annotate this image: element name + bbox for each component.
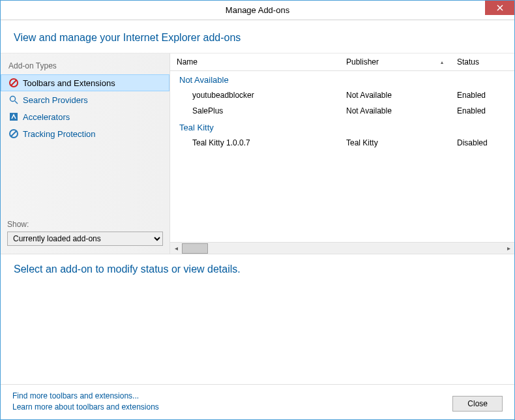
column-header-status[interactable]: Status bbox=[450, 53, 514, 70]
group-header[interactable]: Not Available bbox=[170, 71, 514, 87]
sidebar-heading: Add-on Types bbox=[1, 59, 169, 74]
svg-line-6 bbox=[11, 131, 16, 136]
addon-row[interactable]: youtubeadblocker Not Available Enabled bbox=[170, 87, 514, 103]
close-button[interactable]: Close bbox=[452, 396, 503, 412]
sidebar-item-search-providers[interactable]: Search Providers bbox=[1, 91, 169, 108]
window-title: Manage Add-ons bbox=[1, 5, 514, 15]
addon-row[interactable]: Teal Kitty 1.0.0.7 Teal Kitty Disabled bbox=[170, 135, 514, 151]
sidebar-item-tracking-protection[interactable]: Tracking Protection bbox=[1, 125, 169, 142]
detail-section: Select an add-on to modify status or vie… bbox=[1, 254, 514, 384]
show-label: Show: bbox=[7, 220, 163, 229]
addon-row[interactable]: SalePlus Not Available Enabled bbox=[170, 103, 514, 119]
titlebar: Manage Add-ons bbox=[1, 1, 514, 20]
column-header-publisher[interactable]: Publisher ▴ bbox=[340, 53, 450, 70]
accelerator-icon bbox=[8, 112, 19, 122]
manage-addons-window: Manage Add-ons View and manage your Inte… bbox=[0, 0, 515, 420]
scroll-thumb[interactable] bbox=[182, 243, 208, 254]
sidebar-item-label: Tracking Protection bbox=[23, 129, 96, 139]
column-headers: Name Publisher ▴ Status bbox=[170, 53, 514, 71]
show-section: Show: Currently loaded add-ons bbox=[1, 215, 169, 254]
svg-line-3 bbox=[15, 101, 18, 104]
addons-table: Name Publisher ▴ Status Not Available yo… bbox=[170, 53, 514, 242]
page-title: View and manage your Internet Explorer a… bbox=[14, 32, 501, 44]
addon-status: Disabled bbox=[450, 137, 514, 149]
addon-name: SalePlus bbox=[170, 105, 340, 117]
column-header-publisher-label: Publisher bbox=[346, 57, 379, 67]
addon-name: youtubeadblocker bbox=[170, 89, 340, 101]
sidebar-item-label: Toolbars and Extensions bbox=[23, 78, 115, 88]
sidebar-item-label: Search Providers bbox=[23, 95, 88, 105]
sidebar-item-toolbars-extensions[interactable]: Toolbars and Extensions bbox=[1, 74, 169, 91]
close-icon bbox=[497, 5, 503, 11]
detail-prompt: Select an add-on to modify status or vie… bbox=[14, 263, 501, 275]
footer-links: Find more toolbars and extensions... Lea… bbox=[12, 391, 159, 412]
blocked-icon bbox=[8, 78, 19, 88]
main-area: Add-on Types Toolbars and Extensions Sea… bbox=[1, 53, 514, 254]
sidebar-item-label: Accelerators bbox=[23, 112, 70, 122]
tracking-protection-icon bbox=[8, 128, 19, 139]
sort-ascending-icon: ▴ bbox=[441, 59, 443, 65]
addon-publisher: Teal Kitty bbox=[340, 137, 450, 149]
learn-more-link[interactable]: Learn more about toolbars and extensions bbox=[12, 402, 159, 412]
addon-publisher: Not Available bbox=[340, 105, 450, 117]
svg-line-1 bbox=[11, 80, 16, 85]
scroll-track[interactable] bbox=[182, 243, 503, 254]
footer: Find more toolbars and extensions... Lea… bbox=[1, 384, 514, 419]
addon-status: Enabled bbox=[450, 89, 514, 101]
find-more-link[interactable]: Find more toolbars and extensions... bbox=[12, 391, 159, 400]
show-dropdown[interactable]: Currently loaded add-ons bbox=[7, 232, 163, 246]
svg-point-2 bbox=[10, 97, 16, 102]
content-panel: Name Publisher ▴ Status Not Available yo… bbox=[170, 53, 514, 254]
group-header[interactable]: Teal Kitty bbox=[170, 119, 514, 135]
scroll-left-button[interactable]: ◂ bbox=[170, 243, 182, 254]
header-section: View and manage your Internet Explorer a… bbox=[1, 20, 514, 53]
sidebar-item-accelerators[interactable]: Accelerators bbox=[1, 108, 169, 125]
horizontal-scrollbar[interactable]: ◂ ▸ bbox=[170, 242, 514, 254]
scroll-right-button[interactable]: ▸ bbox=[503, 243, 514, 254]
column-header-name[interactable]: Name bbox=[170, 53, 340, 70]
window-close-button[interactable] bbox=[485, 1, 514, 15]
addon-status: Enabled bbox=[450, 105, 514, 117]
addon-name: Teal Kitty 1.0.0.7 bbox=[170, 137, 340, 149]
search-icon bbox=[8, 95, 19, 105]
sidebar: Add-on Types Toolbars and Extensions Sea… bbox=[1, 53, 170, 254]
addon-publisher: Not Available bbox=[340, 89, 450, 101]
